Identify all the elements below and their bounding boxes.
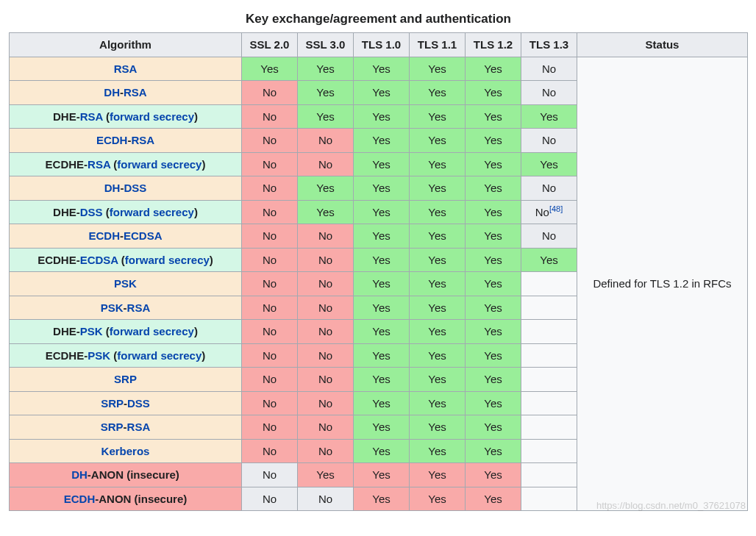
support-cell: Yes xyxy=(410,200,466,224)
table-row: RSAYesYesYesYesYesNoDefined for TLS 1.2 … xyxy=(10,57,748,81)
support-cell: No xyxy=(298,129,354,153)
support-cell: No xyxy=(298,487,354,511)
algorithm-cell: DHE-DSS (forward secrecy) xyxy=(10,200,242,224)
support-cell xyxy=(521,320,577,344)
support-cell: Yes xyxy=(354,200,410,224)
table-head: Algorithm SSL 2.0 SSL 3.0 TLS 1.0 TLS 1.… xyxy=(10,33,748,57)
support-cell: No xyxy=(242,176,298,201)
algorithm-link[interactable]: DSS xyxy=(124,182,146,194)
support-cell: Yes xyxy=(466,81,521,105)
support-cell: No xyxy=(298,439,354,463)
algorithm-cell: ECDHE-PSK (forward secrecy) xyxy=(10,343,242,368)
algorithm-link[interactable]: ECDH xyxy=(96,134,128,146)
algorithm-cell: ECDH-RSA xyxy=(10,129,242,153)
support-cell: Yes xyxy=(410,57,466,81)
algorithm-link[interactable]: PSK xyxy=(80,325,103,337)
reference-link[interactable]: [48] xyxy=(549,204,563,213)
algorithm-cell: ECDHE-ECDSA (forward secrecy) xyxy=(10,248,242,272)
support-cell: Yes xyxy=(410,104,466,129)
algorithm-link[interactable]: forward secrecy xyxy=(110,206,194,218)
algorithm-text: ( xyxy=(103,110,110,123)
algorithm-link[interactable]: forward secrecy xyxy=(117,349,202,362)
support-cell: Yes xyxy=(410,296,466,320)
support-cell: Yes xyxy=(410,81,466,105)
support-cell: No xyxy=(298,248,354,272)
support-cell xyxy=(521,439,577,463)
support-cell: Yes xyxy=(410,343,466,368)
support-cell: Yes xyxy=(354,391,410,415)
algorithm-link[interactable]: ECDSA xyxy=(80,254,118,266)
support-cell: Yes xyxy=(298,200,354,224)
support-cell: Yes xyxy=(466,343,521,368)
algorithm-link[interactable]: RSA xyxy=(80,110,103,123)
support-cell: Yes xyxy=(466,296,521,320)
page: Key exchange/agreement and authenticatio… xyxy=(0,0,756,518)
support-cell: No xyxy=(521,129,577,153)
algorithm-link[interactable]: DH xyxy=(104,86,120,99)
support-cell: Yes xyxy=(466,248,521,272)
algorithm-link[interactable]: forward secrecy xyxy=(110,110,194,123)
support-cell: No xyxy=(298,391,354,415)
algorithm-link[interactable]: ECDSA xyxy=(124,229,163,242)
support-cell xyxy=(521,296,577,320)
support-cell: Yes xyxy=(410,129,466,153)
algorithm-cell: DH-ANON (insecure) xyxy=(10,463,242,487)
algorithm-text: ) xyxy=(202,158,205,171)
support-cell: Yes xyxy=(298,176,354,201)
support-cell: Yes xyxy=(354,463,410,487)
algorithm-link[interactable]: DSS xyxy=(80,206,103,218)
support-cell: No xyxy=(298,320,354,344)
support-cell: Yes xyxy=(354,439,410,463)
support-cell: Yes xyxy=(354,368,410,392)
algorithm-link[interactable]: DSS xyxy=(127,397,150,410)
algorithm-link[interactable]: RSA xyxy=(131,134,154,146)
support-cell: Yes xyxy=(298,463,354,487)
algorithm-link[interactable]: forward secrecy xyxy=(110,325,194,337)
support-cell: Yes xyxy=(354,487,410,511)
algorithm-link[interactable]: SRP xyxy=(101,421,124,433)
algorithm-link[interactable]: forward secrecy xyxy=(125,254,210,266)
support-cell: Yes xyxy=(410,415,466,440)
algorithm-cell: RSA xyxy=(10,57,242,81)
support-cell xyxy=(521,415,577,440)
support-cell: Yes xyxy=(410,248,466,272)
support-cell: Yes xyxy=(521,104,577,129)
algorithm-text: DHE- xyxy=(53,325,80,337)
algorithm-link[interactable]: DH xyxy=(71,468,88,481)
algorithm-text: -ANON (insecure) xyxy=(95,493,187,505)
algorithm-text: ( xyxy=(110,349,117,362)
algorithm-cell: PSK-RSA xyxy=(10,296,242,320)
support-cell: Yes xyxy=(466,224,521,249)
algorithm-link[interactable]: RSA xyxy=(127,301,151,314)
algorithm-link[interactable]: PSK xyxy=(88,349,110,362)
algorithm-link[interactable]: RSA xyxy=(88,158,110,171)
support-cell: Yes xyxy=(410,320,466,344)
algorithm-text: ) xyxy=(210,254,213,266)
support-cell: No xyxy=(242,463,298,487)
algorithm-link[interactable]: RSA xyxy=(127,421,151,433)
support-cell: Yes xyxy=(466,391,521,415)
algorithm-link[interactable]: forward secrecy xyxy=(117,158,202,171)
algorithm-link[interactable]: RSA xyxy=(124,86,147,99)
algorithm-link[interactable]: SRP xyxy=(101,397,124,410)
support-cell: Yes xyxy=(410,152,466,176)
support-cell: No xyxy=(298,368,354,392)
algorithm-link[interactable]: ECDH xyxy=(88,229,120,242)
algorithm-link[interactable]: PSK xyxy=(114,277,137,290)
support-cell: Yes xyxy=(242,57,298,81)
support-cell: No xyxy=(298,152,354,176)
support-cell: No xyxy=(298,296,354,320)
support-cell: Yes xyxy=(354,343,410,368)
support-cell: No xyxy=(242,296,298,320)
algorithm-link[interactable]: RSA xyxy=(114,62,138,75)
support-cell: No xyxy=(521,224,577,249)
algorithm-link[interactable]: SRP xyxy=(114,373,137,385)
algorithm-link[interactable]: DH xyxy=(104,182,121,194)
algorithm-cell: PSK xyxy=(10,272,242,296)
support-cell: No xyxy=(242,129,298,153)
support-cell: No xyxy=(521,176,577,201)
algorithm-link[interactable]: Kerberos xyxy=(101,445,150,457)
support-cell: Yes xyxy=(354,104,410,129)
algorithm-link[interactable]: ECDH xyxy=(64,493,96,505)
algorithm-link[interactable]: PSK xyxy=(101,301,124,314)
